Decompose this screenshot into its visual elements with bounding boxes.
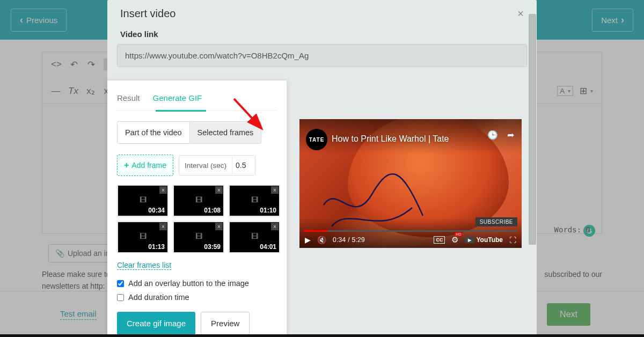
remove-frame-icon[interactable]: × xyxy=(159,186,167,194)
film-icon: 🎞 xyxy=(195,232,202,240)
frame-thumb[interactable]: ×🎞01:08 xyxy=(173,185,224,217)
frame-timestamp: 00:34 xyxy=(148,207,165,214)
captions-icon[interactable]: CC xyxy=(434,236,445,244)
film-icon: 🎞 xyxy=(251,195,258,203)
remove-frame-icon[interactable]: × xyxy=(159,223,167,230)
modal-title: Insert video xyxy=(120,8,175,20)
create-gif-button[interactable]: Create gif image xyxy=(117,312,195,335)
fullscreen-icon[interactable]: ⛶ xyxy=(509,236,516,244)
frame-timestamp: 01:10 xyxy=(260,207,276,214)
close-icon[interactable]: × xyxy=(517,8,524,20)
gif-panel: Result Generate GIF Part of the video Se… xyxy=(107,80,287,337)
plus-icon: + xyxy=(124,160,129,170)
remove-frame-icon[interactable]: × xyxy=(271,186,279,194)
video-link-input[interactable] xyxy=(117,44,527,67)
video-controls: 🔇 0:34 / 5:29 CC ⚙HD ▶YouTube ⛶ xyxy=(299,232,522,248)
frame-thumb[interactable]: ×🎞04:01 xyxy=(229,221,280,253)
mute-icon[interactable]: 🔇 xyxy=(317,236,326,244)
frame-timestamp: 01:08 xyxy=(204,207,221,214)
settings-icon[interactable]: ⚙HD xyxy=(451,235,458,245)
duration-checkbox[interactable] xyxy=(117,294,124,301)
clear-frames-link[interactable]: Clear frames list xyxy=(117,261,171,270)
frame-timestamp: 03:59 xyxy=(204,243,221,251)
mode-part-of-video[interactable]: Part of the video xyxy=(117,121,190,144)
tab-generate-gif[interactable]: Generate GIF xyxy=(153,91,202,105)
film-icon: 🎞 xyxy=(140,232,147,240)
video-link-label: Video link xyxy=(107,27,537,44)
play-icon[interactable] xyxy=(305,236,311,244)
preview-button[interactable]: Preview xyxy=(201,312,250,335)
remove-frame-icon[interactable]: × xyxy=(215,186,223,194)
share-icon[interactable]: ➦ xyxy=(507,130,514,140)
frame-thumb[interactable]: ×🎞01:13 xyxy=(117,221,169,253)
youtube-logo[interactable]: ▶YouTube xyxy=(465,236,503,244)
frame-thumb[interactable]: ×🎞03:59 xyxy=(173,221,224,253)
video-time: 0:34 / 5:29 xyxy=(333,236,365,244)
remove-frame-icon[interactable]: × xyxy=(271,223,279,230)
video-player[interactable]: TATE How to Print Like Warhol | Tate 🕒 ➦… xyxy=(299,119,522,248)
frame-timestamp: 04:01 xyxy=(260,243,276,251)
modal-scrollbar[interactable] xyxy=(529,14,536,329)
interval-label: Interval (sec) xyxy=(179,156,232,175)
remove-frame-icon[interactable]: × xyxy=(215,223,223,230)
video-title: How to Print Like Warhol | Tate xyxy=(332,134,449,144)
frame-thumb[interactable]: ×🎞01:10 xyxy=(229,185,280,217)
watch-later-icon[interactable]: 🕒 xyxy=(487,130,498,140)
tab-result[interactable]: Result xyxy=(117,91,140,105)
overlay-checkbox-row[interactable]: Add an overlay button to the image xyxy=(117,276,277,290)
add-frame-button[interactable]: +Add frame xyxy=(117,155,173,176)
film-icon: 🎞 xyxy=(140,195,147,203)
frame-timestamp: 01:13 xyxy=(148,243,165,251)
channel-logo[interactable]: TATE xyxy=(306,129,327,150)
mode-selected-frames[interactable]: Selected frames xyxy=(190,121,262,144)
interval-input-group: Interval (sec) xyxy=(179,155,255,175)
subscribe-button[interactable]: SUBSCRIBE xyxy=(475,217,517,226)
overlay-checkbox[interactable] xyxy=(117,280,124,287)
duration-checkbox-row[interactable]: Add duration time xyxy=(117,290,277,304)
film-icon: 🎞 xyxy=(251,232,258,240)
film-icon: 🎞 xyxy=(195,195,202,203)
interval-input[interactable] xyxy=(232,156,255,175)
frames-grid: ×🎞00:34×🎞01:08×🎞01:10×🎞01:13×🎞03:59×🎞04:… xyxy=(117,185,277,253)
frame-thumb[interactable]: ×🎞00:34 xyxy=(117,185,169,217)
